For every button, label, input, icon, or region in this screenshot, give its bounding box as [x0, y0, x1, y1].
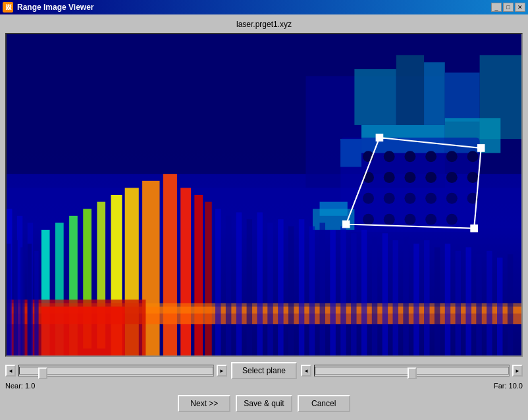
- svg-rect-81: [465, 248, 471, 355]
- svg-rect-68: [330, 230, 335, 355]
- far-slider-left-arrow[interactable]: ◄: [301, 365, 311, 377]
- app-icon: 🖼: [3, 2, 13, 13]
- window-controls: _ □ ✕: [491, 3, 525, 12]
- cancel-button[interactable]: Cancel: [298, 395, 350, 412]
- svg-rect-59: [236, 213, 242, 355]
- svg-rect-89: [28, 244, 32, 355]
- svg-rect-90: [34, 251, 38, 355]
- far-slider-right-arrow[interactable]: ►: [512, 365, 523, 377]
- svg-rect-88: [20, 248, 24, 355]
- svg-rect-70: [351, 233, 356, 355]
- svg-rect-72: [372, 237, 377, 355]
- svg-rect-75: [403, 237, 408, 355]
- svg-rect-95: [342, 221, 350, 228]
- svg-rect-58: [226, 216, 231, 355]
- svg-rect-4: [396, 55, 424, 125]
- image-viewport: [5, 33, 523, 357]
- far-slider[interactable]: [314, 365, 510, 377]
- svg-rect-93: [477, 145, 485, 152]
- svg-point-22: [446, 172, 458, 183]
- svg-rect-85: [508, 254, 513, 355]
- svg-rect-77: [424, 240, 429, 355]
- select-plane-button[interactable]: Select plane: [231, 362, 297, 379]
- slider-labels-row: Near: 1.0 Far: 10.0: [5, 382, 523, 390]
- svg-rect-92: [376, 134, 383, 142]
- svg-rect-82: [476, 254, 481, 355]
- svg-rect-76: [413, 244, 419, 355]
- svg-rect-6: [445, 72, 480, 121]
- svg-rect-62: [267, 223, 273, 355]
- svg-rect-69: [340, 226, 346, 355]
- svg-rect-87: [14, 240, 18, 355]
- svg-rect-65: [299, 219, 304, 355]
- svg-rect-80: [456, 251, 461, 355]
- near-slider-container: ◄ ►: [5, 365, 227, 377]
- svg-rect-64: [288, 226, 294, 355]
- button-row: Next >> Save & quit Cancel: [5, 392, 523, 415]
- near-slider-right-arrow[interactable]: ►: [217, 365, 227, 377]
- svg-rect-73: [383, 233, 388, 355]
- svg-rect-57: [215, 209, 221, 355]
- near-label: Near: 1.0: [5, 382, 38, 390]
- svg-rect-53: [41, 307, 125, 355]
- near-slider-left-arrow[interactable]: ◄: [5, 365, 16, 377]
- svg-point-15: [425, 151, 436, 162]
- svg-rect-66: [309, 226, 315, 355]
- svg-rect-71: [361, 230, 367, 355]
- save-quit-button[interactable]: Save & quit: [236, 395, 292, 412]
- svg-rect-78: [435, 248, 440, 355]
- title-bar: 🖼 Range Image Viewer _ □ ✕: [0, 0, 528, 14]
- svg-point-13: [384, 151, 395, 162]
- svg-rect-61: [257, 213, 262, 355]
- svg-point-21: [425, 172, 436, 183]
- window-title: Range Image Viewer: [17, 3, 491, 12]
- svg-rect-49: [205, 202, 212, 355]
- far-label: Far: 10.0: [490, 382, 523, 390]
- svg-rect-3: [354, 69, 396, 125]
- svg-rect-46: [163, 174, 177, 355]
- svg-point-16: [446, 151, 458, 162]
- svg-rect-67: [320, 223, 325, 355]
- close-button[interactable]: ✕: [515, 3, 525, 12]
- svg-point-19: [384, 172, 395, 183]
- svg-rect-48: [194, 195, 203, 355]
- bottom-controls: ◄ ► Select plane ◄ ► Near: 1.0 Far: 10.0…: [5, 362, 523, 415]
- filename-label: laser.prget1.xyz: [5, 20, 523, 29]
- svg-rect-60: [247, 219, 252, 355]
- maximize-button[interactable]: □: [503, 3, 514, 12]
- range-image: [7, 34, 521, 355]
- svg-point-20: [404, 172, 415, 183]
- far-slider-container: ◄ ►: [301, 365, 523, 377]
- svg-rect-47: [180, 188, 191, 355]
- svg-rect-74: [393, 240, 398, 355]
- svg-rect-5: [424, 62, 445, 124]
- svg-rect-94: [471, 225, 478, 232]
- main-window: laser.prget1.xyz: [0, 14, 528, 420]
- minimize-button[interactable]: _: [491, 3, 502, 12]
- svg-rect-86: [7, 244, 11, 355]
- near-slider[interactable]: [18, 365, 214, 377]
- svg-rect-79: [445, 244, 450, 355]
- svg-point-17: [467, 151, 479, 162]
- svg-rect-63: [278, 219, 283, 355]
- svg-point-14: [404, 151, 415, 162]
- svg-rect-83: [487, 251, 492, 355]
- svg-point-23: [467, 172, 479, 183]
- next-button[interactable]: Next >>: [178, 395, 230, 412]
- svg-rect-84: [497, 257, 502, 355]
- slider-row: ◄ ► Select plane ◄ ►: [5, 362, 523, 379]
